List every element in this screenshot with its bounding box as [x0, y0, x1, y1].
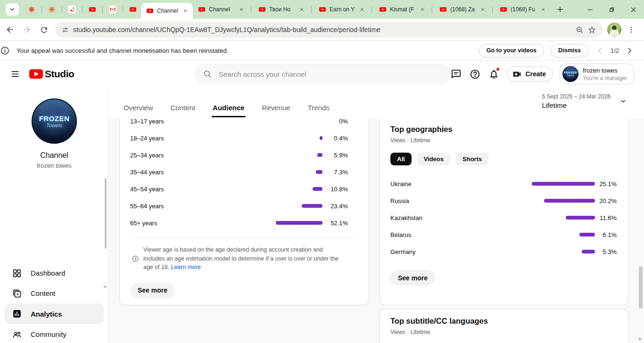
- chevron-left-icon[interactable]: [596, 47, 604, 55]
- chevron-down-icon[interactable]: [620, 98, 627, 105]
- pinned-tab[interactable]: [105, 2, 121, 17]
- browser-tab[interactable]: Kismat (F: [374, 2, 430, 17]
- tab-search-button[interactable]: [6, 3, 19, 16]
- tab-close-icon[interactable]: [479, 6, 487, 13]
- chart-row: 65+ years52.1%: [120, 214, 369, 231]
- tab-close-icon[interactable]: [238, 6, 245, 13]
- browser-tab[interactable]: Channel: [141, 3, 193, 19]
- chart-bar: [313, 187, 322, 191]
- tab-separator: [82, 6, 83, 13]
- chart-category-label: Kazakhstan: [390, 214, 422, 221]
- pinned-tab[interactable]: [64, 2, 80, 17]
- tab-overview[interactable]: Overview: [123, 104, 154, 112]
- tab-separator: [372, 6, 372, 13]
- restore-button[interactable]: [601, 0, 622, 19]
- pinned-tab[interactable]: [44, 2, 60, 17]
- bell-icon[interactable]: [484, 65, 503, 83]
- geo-see-more-button[interactable]: See more: [390, 270, 435, 286]
- minimize-button[interactable]: [579, 0, 601, 19]
- age-see-more-button[interactable]: See more: [130, 283, 175, 298]
- tab-title: Kismat (F: [390, 6, 419, 13]
- account-role: You're a manager: [583, 75, 627, 82]
- pinned-tab[interactable]: [24, 2, 40, 17]
- chart-category-label: Russia: [390, 197, 409, 204]
- forward-button[interactable]: [20, 23, 34, 37]
- tab-revenue[interactable]: Revenue: [261, 104, 291, 112]
- account-chip[interactable]: FROZEN Towels frozen towes You're a mana…: [560, 64, 634, 84]
- youtube-icon: [319, 6, 326, 13]
- age-footnote: Viewer age is based on the age declared …: [132, 245, 358, 272]
- banner-pager: 1/2: [596, 47, 634, 55]
- close-button[interactable]: [622, 0, 644, 19]
- browser-tab[interactable]: (1068) Fu: [495, 2, 551, 17]
- chip-videos[interactable]: Videos: [417, 153, 450, 165]
- pinned-tab[interactable]: [125, 2, 141, 17]
- content-icon: [11, 288, 23, 299]
- dismiss-button[interactable]: Dismiss: [551, 44, 588, 57]
- help-icon[interactable]: [465, 65, 484, 83]
- browser-tab[interactable]: Channel: [193, 2, 249, 17]
- tab-trends[interactable]: Trends: [307, 104, 330, 112]
- tab-separator: [311, 6, 312, 13]
- site-info-icon[interactable]: [61, 26, 69, 34]
- sidebar-item-content[interactable]: Content: [0, 283, 108, 303]
- tab-close-icon[interactable]: [182, 7, 189, 15]
- address-bar[interactable]: studio.youtube.com/channel/UChQpQ-1EAw8T…: [56, 22, 603, 38]
- sidebar-item-analytics[interactable]: Analytics: [5, 303, 104, 324]
- tab-title: Channel: [157, 8, 182, 14]
- browser-tab[interactable]: Твои Но: [253, 2, 309, 17]
- zoom-indicator-icon[interactable]: [573, 24, 586, 36]
- gmail-icon: [109, 6, 116, 13]
- go-to-videos-button[interactable]: Go to your videos: [479, 44, 544, 57]
- page-scroll-down-icon[interactable]: [638, 338, 642, 341]
- chevron-right-icon[interactable]: [626, 47, 634, 55]
- youtube-icon: [439, 6, 447, 13]
- chart-bar-track: [412, 175, 595, 192]
- chart-category-label: 65+ years: [130, 220, 157, 227]
- tab-close-icon[interactable]: [358, 6, 366, 13]
- channel-search[interactable]: [195, 65, 450, 83]
- browser-profile-avatar[interactable]: [607, 23, 621, 37]
- bookmark-star-icon[interactable]: [586, 24, 598, 36]
- comment-icon[interactable]: [446, 65, 465, 83]
- card-title: Top subtitle/CC languages: [380, 310, 628, 326]
- tab-close-icon[interactable]: [298, 6, 305, 13]
- hamburger-menu-icon[interactable]: [6, 65, 25, 83]
- url-text[interactable]: studio.youtube.com/channel/UChQpQ-1EAw8T…: [73, 26, 573, 33]
- new-tab-button[interactable]: [553, 3, 567, 16]
- sidebar-item-dashboard[interactable]: Dashboard: [0, 263, 108, 283]
- youtube-icon: [500, 6, 507, 13]
- card-subtitle: Views · Lifetime: [380, 326, 628, 335]
- chip-shorts[interactable]: Shorts: [456, 153, 488, 165]
- date-range-selector[interactable]: 5 Sept 2025 – 24 Mar 2026 Lifetime: [542, 93, 611, 109]
- browser-tab[interactable]: Earn on Y: [314, 2, 370, 17]
- chart-row: Germany5.3%: [380, 243, 628, 260]
- tab-audience[interactable]: Audience: [212, 104, 246, 112]
- pinned-tab[interactable]: [84, 2, 100, 17]
- learn-more-link[interactable]: Learn more: [171, 264, 201, 270]
- chart-bar-track: [157, 214, 322, 231]
- search-input[interactable]: [219, 70, 442, 78]
- tab-close-icon[interactable]: [539, 6, 547, 13]
- page-scrollbar[interactable]: [639, 266, 643, 309]
- chart-bar: [566, 216, 595, 220]
- browser-tab[interactable]: (1068) Za: [434, 2, 490, 17]
- youtube-studio-logo[interactable]: Studio: [29, 68, 74, 80]
- chart-bar: [532, 182, 595, 186]
- sidebar-item-label: Analytics: [31, 310, 62, 318]
- browser-menu-icon[interactable]: [624, 23, 638, 37]
- back-button[interactable]: [3, 23, 17, 37]
- tab-close-icon[interactable]: [419, 6, 426, 13]
- sidebar-item-community[interactable]: Community: [0, 324, 108, 343]
- tab-content[interactable]: Content: [170, 104, 197, 112]
- top-geographies-card: Top geographies Views · Lifetime AllVide…: [380, 118, 628, 305]
- chart-category-label: 45–54 years: [130, 186, 164, 193]
- chip-all[interactable]: All: [390, 153, 412, 165]
- chart-row: 45–54 years10.8%: [120, 180, 369, 197]
- reload-button[interactable]: [37, 23, 51, 37]
- create-button[interactable]: Create: [507, 66, 553, 82]
- channel-avatar[interactable]: FROZEN Towels: [32, 98, 77, 144]
- sidebar-scroll-down-icon[interactable]: [103, 286, 107, 288]
- sidebar-scrollbar[interactable]: [105, 178, 107, 249]
- banner-actions: Go to your videos Dismiss 1/2: [472, 44, 634, 57]
